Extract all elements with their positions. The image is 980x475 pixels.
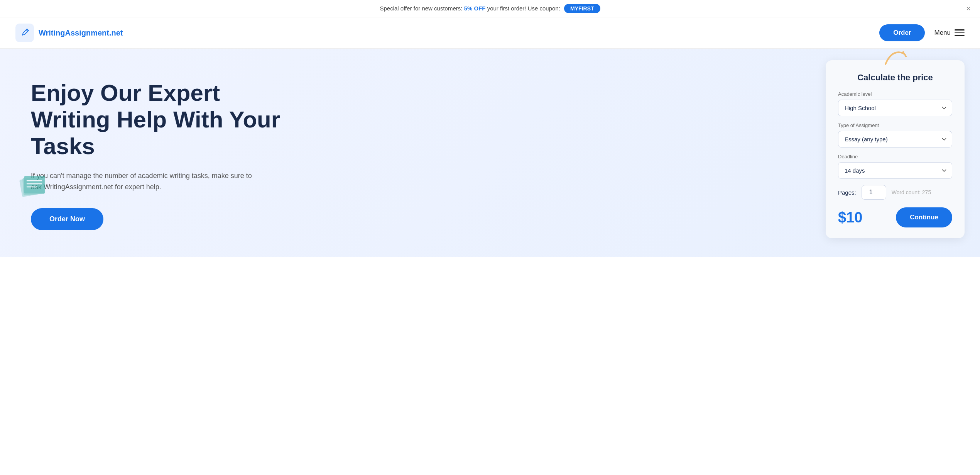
logo-icon-box — [15, 24, 34, 42]
continue-button[interactable]: Continue — [896, 207, 952, 227]
pages-row: Pages: Word count: 275 — [838, 185, 952, 200]
banner-text-after: your first order! Use coupon: — [487, 5, 560, 12]
hero-subtitle: If you can't manage the number of academ… — [31, 170, 255, 193]
hero-content: Enjoy Our Expert Writing Help With Your … — [31, 72, 301, 230]
header-right: Order Menu — [879, 24, 965, 41]
calc-decoration-top — [884, 49, 907, 72]
deadline-select[interactable]: 14 days 10 days 7 days 5 days 3 days 2 d… — [838, 162, 952, 179]
calculator-bottom: $10 Continue — [838, 207, 952, 227]
academic-level-select[interactable]: High School Undergraduate Master's PhD — [838, 100, 952, 116]
word-count-label: Word count: 275 — [892, 189, 931, 195]
svg-rect-3 — [24, 176, 45, 193]
logo-text: WritingAssignment.net — [39, 29, 123, 37]
assignment-type-label: Type of Assigment — [838, 122, 952, 128]
deadline-label: Deadline — [838, 154, 952, 159]
banner-close-button[interactable]: × — [966, 5, 971, 12]
header-order-button[interactable]: Order — [879, 24, 925, 41]
pencil-icon — [19, 27, 30, 38]
hero-section: Enjoy Our Expert Writing Help With Your … — [0, 49, 980, 257]
hero-decoration-papers — [15, 172, 50, 205]
hero-title: Enjoy Our Expert Writing Help With Your … — [31, 80, 301, 159]
academic-level-label: Academic level — [838, 91, 952, 97]
deadline-field: Deadline 14 days 10 days 7 days 5 days 3… — [838, 154, 952, 185]
price-display: $10 — [838, 209, 862, 226]
assignment-type-field: Type of Assigment Essay (any type) Resea… — [838, 122, 952, 154]
assignment-type-select[interactable]: Essay (any type) Research Paper Term Pap… — [838, 131, 952, 148]
coupon-badge: MYFIRST — [564, 4, 600, 13]
pages-label: Pages: — [838, 189, 856, 196]
banner-discount: 5% OFF — [464, 5, 486, 12]
calculator-card: Calculate the price Academic level High … — [826, 60, 965, 238]
hamburger-icon — [955, 29, 965, 36]
banner-text-before: Special offer for new customers: — [380, 5, 462, 12]
order-now-button[interactable]: Order Now — [31, 208, 103, 230]
menu-label: Menu — [934, 29, 951, 37]
menu-toggle[interactable]: Menu — [934, 29, 965, 37]
top-banner: Special offer for new customers: 5% OFF … — [0, 0, 980, 17]
pages-input[interactable] — [862, 185, 886, 200]
logo-link[interactable]: WritingAssignment.net — [15, 24, 123, 42]
header: WritingAssignment.net Order Menu — [0, 17, 980, 49]
academic-level-field: Academic level High School Undergraduate… — [838, 91, 952, 122]
calculator-title: Calculate the price — [838, 73, 952, 83]
